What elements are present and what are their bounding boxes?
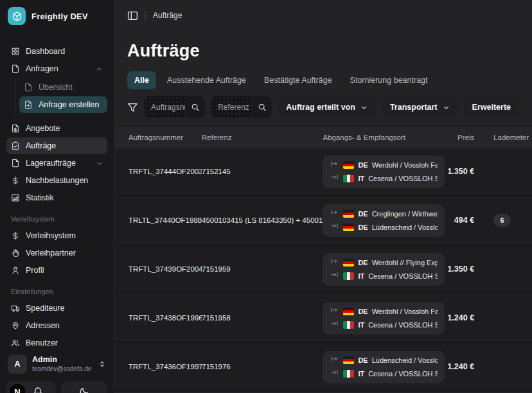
sidebar-item-nachbelastungen[interactable]: Nachbelastungen: [6, 172, 107, 189]
sidebar-item-benutzer[interactable]: Benutzer: [6, 335, 107, 351]
sidebar-item-statistik[interactable]: Statistik: [6, 189, 107, 206]
app-window: Freightly DEV DashboardAnfragenÜbersicht…: [0, 0, 532, 393]
route-card: DEWerdohl / Vossloh Fast...ITCesena / VO…: [323, 155, 444, 188]
orders-table: Auftragsnummer Referenz Abgangs- & Empfa…: [114, 127, 532, 393]
sidebar-item-label: Verleihpartner: [26, 249, 76, 258]
sidebar-item-verleihpartner[interactable]: Verleihpartner: [6, 245, 107, 261]
departure-icon: [330, 356, 339, 363]
sidebar-item-angebote[interactable]: Angebote: [6, 120, 107, 137]
search-icon[interactable]: [252, 96, 272, 118]
user-menu[interactable]: A Admin teamdev@sodefa.de: [6, 352, 107, 376]
dollar-icon: [11, 176, 20, 185]
notifications-button[interactable]: N: [6, 381, 56, 393]
sidebar-item-label: Adressen: [26, 321, 60, 330]
auftragsnummer-search: [144, 96, 205, 118]
tab-bestätigte-aufträge[interactable]: Bestätigte Aufträge: [257, 71, 339, 89]
sidebar-item-anfrage-erstellen[interactable]: Anfrage erstellen: [19, 96, 107, 113]
avatar: A: [8, 354, 27, 374]
destination-row: ITCesena / VOSSLOH SI...: [330, 272, 438, 280]
novu-logo-icon: N: [10, 384, 25, 393]
referenz-input[interactable]: [211, 103, 252, 112]
sidebar: Freightly DEV DashboardAnfragenÜbersicht…: [0, 0, 114, 393]
country-code: IT: [358, 175, 364, 182]
tab-ausstehende-aufträge[interactable]: Ausstehende Aufträge: [160, 71, 253, 89]
file-icon: [11, 159, 20, 168]
sidebar-item-anfragen[interactable]: Anfragen: [6, 60, 107, 77]
search-icon[interactable]: [185, 96, 205, 118]
filter-bar: Auftrag erteilt von Transportart Erweite…: [114, 96, 532, 118]
transportart-dropdown[interactable]: Transportart: [382, 96, 458, 118]
destination-row: ITCesena / VOSSLOH SI...: [330, 175, 438, 182]
country-code: DE: [358, 161, 368, 169]
dropdown-label: Auftrag erteilt von: [286, 103, 355, 112]
country-code: IT: [358, 370, 364, 378]
departure-icon: [330, 259, 339, 266]
location-text: Werdohl // Flying Expre...: [372, 259, 438, 266]
location-text: Werdohl / Vossloh Fast...: [372, 161, 438, 169]
user-meta: Admin teamdev@sodefa.de: [32, 355, 91, 373]
country-code: DE: [358, 210, 368, 218]
sidebar-subgroup: ÜbersichtAnfrage erstellen: [15, 79, 107, 114]
sidebar-item-label: Übersicht: [39, 83, 73, 92]
table-row[interactable]: TRLTL_37440OF1988OD4500103415 (LS 816433…: [114, 197, 532, 245]
sidebar-section-verleihsystem: Verleihsystem: [11, 215, 107, 223]
sidebar-item-lageraufträge[interactable]: Lageraufträge: [6, 155, 107, 171]
cell-route: DECreglingen / Wirthwein...DELüdenscheid…: [323, 204, 444, 237]
sidebar-item-aufträge[interactable]: Aufträge: [6, 137, 107, 154]
flag-de-icon: [343, 223, 354, 231]
sidebar-item-profil[interactable]: Profil: [6, 262, 107, 279]
cell-preis: 494 €: [445, 216, 474, 225]
erweiterte-filter-button[interactable]: Erweiterte: [464, 96, 519, 118]
main-content: Aufträge Aufträge AlleAusstehende Aufträ…: [114, 0, 532, 393]
tab-stornierung-beantragt[interactable]: Stornierung beantragt: [343, 71, 435, 89]
arrival-icon: [330, 175, 339, 182]
truck-icon: [11, 304, 20, 313]
location-text: Cesena / VOSSLOH SI...: [368, 321, 438, 329]
departure-icon: [330, 161, 339, 168]
page-title: Aufträge: [114, 41, 532, 61]
tab-bar: AlleAusstehende AufträgeBestätigte Auftr…: [114, 71, 532, 89]
flag-de-icon: [343, 259, 354, 266]
cell-route: DEWerdohl / Vossloh Fast...ITCesena / VO…: [323, 302, 444, 335]
sidebar-toggle-icon[interactable]: [127, 10, 138, 21]
sidebar-footer: N: [6, 381, 107, 393]
auftragsnummer-input[interactable]: [144, 103, 185, 112]
cell-preis: 1.350 €: [445, 265, 474, 274]
location-text: Creglingen / Wirthwein...: [372, 210, 438, 218]
filter-funnel-icon[interactable]: [127, 102, 138, 113]
sidebar-item-label: Statistik: [26, 193, 54, 202]
table-row[interactable]: TRFTL_37444OF2003OD7152145DEWerdohl / Vo…: [114, 148, 532, 197]
country-code: DE: [358, 356, 368, 364]
country-code: DE: [358, 223, 368, 231]
tab-alle[interactable]: Alle: [127, 71, 156, 89]
location-text: Lüdenscheid / Vossloh ...: [372, 223, 438, 231]
cell-route: DEWerdohl // Flying Expre...ITCesena / V…: [323, 253, 444, 286]
destination-row: DELüdenscheid / Vossloh ...: [330, 223, 438, 231]
sidebar-item-label: Aufträge: [26, 141, 56, 150]
location-text: Cesena / VOSSLOH SI...: [368, 272, 438, 280]
auftrag-erteilt-von-dropdown[interactable]: Auftrag erteilt von: [278, 96, 376, 118]
flag-it-icon: [343, 175, 354, 182]
country-code: IT: [358, 321, 364, 329]
table-row[interactable]: TRFTL_37436OF1997OD7151976DELüdenscheid …: [114, 343, 532, 392]
theme-toggle-button[interactable]: [61, 381, 107, 393]
location-text: Cesena / VOSSLOH SI...: [368, 370, 438, 378]
freightly-cube-logo-icon: [8, 7, 26, 25]
sidebar-item-übersicht[interactable]: Übersicht: [19, 79, 107, 96]
cell-auftragsnummer: TRFTL_37444OF2003OD: [129, 168, 202, 175]
sidebar-item-label: Benutzer: [26, 338, 58, 347]
users-icon: [11, 338, 20, 347]
lademeter-badge: 6: [493, 214, 511, 227]
sidebar-item-spediteure[interactable]: Spediteure: [6, 300, 107, 317]
table-header: Auftragsnummer Referenz Abgangs- & Empfa…: [114, 127, 532, 148]
file-icon: [24, 83, 33, 92]
table-row[interactable]: TRFTL_37438OF1996OD7151958DEWerdohl / Vo…: [114, 294, 532, 343]
topbar-divider: [145, 11, 146, 21]
sidebar-item-verleihsystem[interactable]: Verleihsystem: [6, 227, 107, 244]
arrival-icon: [330, 272, 339, 279]
sidebar-item-adressen[interactable]: Adressen: [6, 317, 107, 334]
location-text: Werdohl / Vossloh Fast...: [372, 308, 438, 315]
sidebar-item-dashboard[interactable]: Dashboard: [6, 43, 107, 60]
column-header-auftragsnummer: Auftragsnummer: [129, 134, 202, 141]
table-row[interactable]: TRFTL_37439OF2004OD7151959DEWerdohl // F…: [114, 245, 532, 294]
